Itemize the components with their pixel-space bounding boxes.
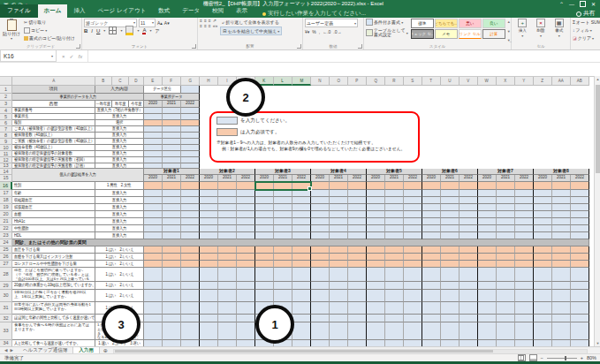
cell-group-header-4[interactable]: 対象者4	[311, 169, 367, 175]
cell-value-row12[interactable]	[181, 157, 200, 163]
scroll-down-icon[interactable]: ▼	[595, 341, 600, 345]
cell-value-row32[interactable]	[144, 315, 163, 322]
cell-value-row20[interactable]	[552, 211, 571, 218]
cell-value-row22[interactable]	[274, 225, 292, 232]
cell-label-row26[interactable]: 血糖を下げる薬又はインスリン注射	[12, 254, 95, 261]
cell-group-year[interactable]: 2022	[515, 175, 534, 182]
cell-value-row21[interactable]	[459, 218, 478, 225]
cell-value-row27[interactable]	[404, 261, 422, 268]
cell-value-row32[interactable]	[404, 315, 422, 322]
cell-value-row19[interactable]	[515, 204, 534, 211]
fill-color-icon[interactable]	[125, 26, 133, 35]
cell-value-row32[interactable]	[552, 315, 571, 322]
cell-value-row31[interactable]	[144, 302, 163, 315]
cell-value-row17[interactable]	[218, 190, 237, 197]
row-header-9[interactable]: 9	[0, 139, 12, 145]
cell-value-row23[interactable]	[237, 232, 255, 239]
tab-file[interactable]: ファイル	[0, 4, 38, 18]
cell-value-row17[interactable]	[181, 190, 200, 197]
cell-value-row32[interactable]	[237, 315, 255, 322]
row-header-31[interactable]: 31	[0, 302, 12, 315]
cell-value-row29[interactable]	[497, 282, 515, 290]
cell-value-row31[interactable]	[218, 302, 237, 315]
column-header-D[interactable]: D	[129, 77, 144, 86]
cell-label-row32[interactable]: ほぼ同じ年齢の同性と比較して歩く速度が速いですか。	[12, 315, 95, 322]
cell-value-row20[interactable]	[163, 211, 181, 218]
cell-inputtype-row22[interactable]: 直接入力	[95, 225, 144, 232]
cell-value-row25[interactable]	[422, 246, 441, 254]
cell-item-header[interactable]: 項目	[12, 86, 95, 94]
row-header-17[interactable]: 17	[0, 190, 12, 197]
cell-value-row17[interactable]	[255, 190, 274, 197]
cell-value-row6[interactable]	[144, 120, 163, 126]
cell-value-row22[interactable]	[441, 225, 459, 232]
cell-value-row29[interactable]	[163, 282, 181, 290]
row-header-19[interactable]: 19	[0, 204, 12, 211]
borders-icon[interactable]	[109, 27, 117, 34]
cell-inputtype-row21[interactable]: 直接入力	[95, 218, 144, 225]
cell-value-row27[interactable]	[330, 261, 348, 268]
cell-value-row16[interactable]	[478, 182, 497, 190]
column-header-AB[interactable]: AB	[571, 77, 589, 86]
cell-value-row27[interactable]	[292, 261, 311, 268]
format-cells-button[interactable]: ▦書式▾	[551, 19, 567, 43]
cell-value-row19[interactable]	[274, 204, 292, 211]
cell-label-row18[interactable]: 収縮期血圧	[12, 197, 95, 204]
cell-value-row11[interactable]	[163, 151, 181, 157]
cell-value-row25[interactable]	[534, 246, 552, 254]
cell-value-row25[interactable]	[515, 246, 534, 254]
cell-value-row27[interactable]	[237, 261, 255, 268]
cell-value-row29[interactable]	[441, 282, 459, 290]
cell-value-row20[interactable]	[255, 211, 274, 218]
cell-value-row30[interactable]	[255, 290, 274, 302]
cell-value-row20[interactable]	[200, 211, 218, 218]
cell-label-row7[interactable]: ご本人（被保険者）の健診受診者数（40歳以上）	[12, 126, 95, 133]
cell-value-row33[interactable]	[571, 322, 589, 340]
cell-value-row26[interactable]	[441, 254, 459, 261]
cell-value-row23[interactable]	[330, 232, 348, 239]
cell-value-row10[interactable]	[163, 145, 181, 151]
cell-value-row33[interactable]	[200, 322, 218, 340]
enter-entry-icon[interactable]: ✓	[70, 53, 74, 59]
cell-value-row20[interactable]	[404, 211, 422, 218]
cell-value-row25[interactable]	[255, 246, 274, 254]
cell-value-row22[interactable]	[200, 225, 218, 232]
cell-value-row32[interactable]	[348, 315, 367, 322]
column-header-O[interactable]: O	[330, 77, 348, 86]
cell-value-row30[interactable]	[515, 290, 534, 302]
formula-input[interactable]	[88, 50, 600, 62]
cell-value-row26[interactable]	[348, 254, 367, 261]
cell-value-row28[interactable]	[441, 268, 459, 282]
column-header-C[interactable]: C	[112, 77, 129, 86]
cell-office-year-2022[interactable]: 2022	[181, 101, 200, 108]
cell-value-row28[interactable]	[200, 268, 218, 282]
cell-label-row9[interactable]: ご家族（被扶養者）の健診受診者数（40歳以上）	[12, 139, 95, 145]
sheet-tab-input[interactable]: 入力用	[73, 347, 100, 353]
cell-value-row16[interactable]	[200, 182, 218, 190]
cell-value-row18[interactable]	[534, 197, 552, 204]
cell-value-row32[interactable]	[478, 315, 497, 322]
cell-value-row16[interactable]	[237, 182, 255, 190]
cell-group-year[interactable]: 2020	[144, 175, 163, 182]
merge-center-button[interactable]: ⊟セルを結合して中央揃え▾	[220, 27, 282, 35]
cell-value-row30[interactable]	[348, 290, 367, 302]
cell-value-row23[interactable]	[552, 232, 571, 239]
cell-value-row17[interactable]	[497, 190, 515, 197]
cell-value-row21[interactable]	[385, 218, 404, 225]
cell-value-row34[interactable]	[144, 340, 163, 346]
cell-value-row5[interactable]	[144, 114, 163, 120]
cell-value-row17[interactable]	[237, 190, 255, 197]
cell-value-row34[interactable]	[348, 340, 367, 346]
cell-value-row17[interactable]	[515, 190, 534, 197]
cell-value-row19[interactable]	[255, 204, 274, 211]
cell-value-row26[interactable]	[200, 254, 218, 261]
cell-group-year[interactable]: 2022	[348, 175, 367, 182]
cell-value-row18[interactable]	[422, 197, 441, 204]
cell-label-row16[interactable]: 性別	[12, 182, 95, 190]
cell-inputtype-row18[interactable]: 直接入力	[95, 197, 144, 204]
cell-value-row34[interactable]	[181, 340, 200, 346]
cell-value-row34[interactable]	[200, 340, 218, 346]
cell-group-year[interactable]: 2020	[367, 175, 385, 182]
cell-inputtype-row10[interactable]: 直接入力	[95, 145, 144, 151]
cell-value-row22[interactable]	[218, 225, 237, 232]
